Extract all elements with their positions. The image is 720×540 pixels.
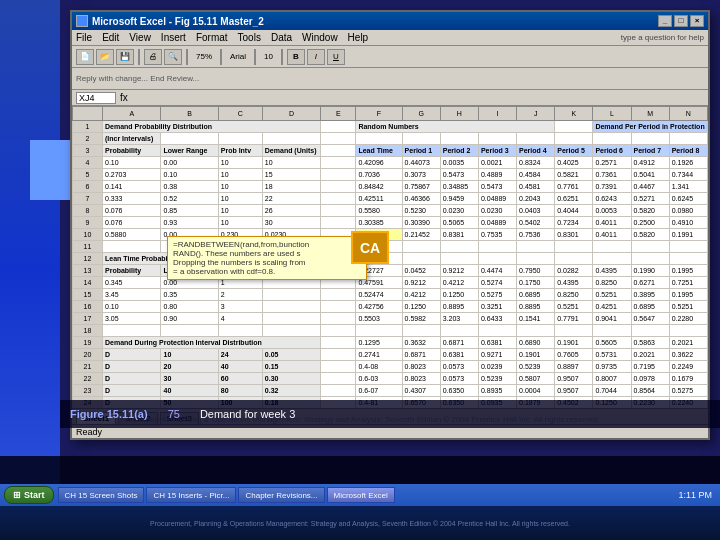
copyright-bar: Figure 15.11(a) 75 Demand for week 3 Pro…	[0, 456, 720, 484]
close-button[interactable]: ×	[690, 15, 704, 27]
excel-window: Microsoft Excel - Fig 15.11 Master_2 _ □…	[70, 10, 710, 440]
reply-change: Reply with change... End Review...	[76, 74, 199, 83]
maximize-button[interactable]: □	[674, 15, 688, 27]
taskbar-top: ⊞ Start CH 15 Screen Shots CH 15 Inserts…	[0, 484, 720, 506]
table-row: 7 0.333 0.52 10 22 0.42511 0.46366 0.945…	[73, 193, 708, 205]
sep3	[220, 49, 222, 65]
table-row: 19 Demand During Protection Interval Dis…	[73, 337, 708, 349]
title-bar: Microsoft Excel - Fig 15.11 Master_2 _ □…	[72, 12, 708, 30]
taskbar-right: 1:11 PM	[674, 490, 716, 500]
formula-fx: fx	[120, 92, 128, 103]
figure-caption: Figure 15.11(a) 75 Demand for week 3	[60, 400, 720, 428]
underline-btn[interactable]: U	[327, 49, 345, 65]
start-button[interactable]: ⊞ Start	[4, 486, 54, 504]
figure-label: Figure 15.11(a)	[70, 408, 148, 420]
new-btn[interactable]: 📄	[76, 49, 94, 65]
col-d-header: D	[262, 107, 320, 121]
status-text: Ready	[76, 427, 102, 437]
tooltip-line1: =RANDBETWEEN(rand,from,bunction	[173, 240, 361, 249]
cell-reference[interactable]: XJ4	[76, 92, 116, 104]
col-i-header: I	[478, 107, 516, 121]
col-n-header: N	[669, 107, 707, 121]
copyright-bottom-text: Procurement, Planning & Operations Manag…	[150, 520, 570, 527]
toolbar2: Reply with change... End Review...	[72, 68, 708, 90]
table-row: 6 0.141 0.38 10 18 0.84842 0.75867 0.348…	[73, 181, 708, 193]
tooltip-box: =RANDBETWEEN(rand,from,bunction RAND(). …	[167, 236, 367, 280]
taskbar-item-1[interactable]: CH 15 Screen Shots	[58, 487, 145, 503]
ca-badge: CA	[351, 231, 389, 264]
menu-file[interactable]: File	[76, 32, 92, 43]
col-h-header: H	[440, 107, 478, 121]
menu-edit[interactable]: Edit	[102, 32, 119, 43]
table-row: 2 (Incr Intervals)	[73, 133, 708, 145]
figure-description: Demand for week 3	[200, 408, 295, 420]
table-row: 21 D 20 40 0.15 0.4-08 0.8023 0.0573 0.0…	[73, 361, 708, 373]
table-row: 3 Probability Lower Range Prob Intv Dema…	[73, 145, 708, 157]
col-k-header: K	[555, 107, 593, 121]
sep5	[281, 49, 283, 65]
slide-container: Microsoft Excel - Fig 15.11 Master_2 _ □…	[0, 0, 720, 540]
sep4	[254, 49, 256, 65]
col-l-header: L	[593, 107, 631, 121]
zoom-level: 75%	[192, 52, 216, 61]
window-title: Microsoft Excel - Fig 15.11 Master_2	[92, 16, 264, 27]
taskbar-item-2[interactable]: CH 15 Inserts - Picr...	[146, 487, 236, 503]
col-f-header: F	[356, 107, 402, 121]
font-name: Arial	[226, 52, 250, 61]
open-btn[interactable]: 📂	[96, 49, 114, 65]
tooltip-line2: RAND(). These numbers are used s	[173, 249, 361, 258]
spreadsheet-area: A B C D E F G H I J K L M	[72, 106, 708, 422]
taskbar: ⊞ Start CH 15 Screen Shots CH 15 Inserts…	[0, 484, 720, 540]
print-btn[interactable]: 🖨	[144, 49, 162, 65]
tooltip-line3: Dropping the numbers is scaling from	[173, 258, 361, 267]
menu-data[interactable]: Data	[271, 32, 292, 43]
table-row: 9 0.076 0.93 10 30 0.30385 0.30390 0.506…	[73, 217, 708, 229]
font-size: 10	[260, 52, 277, 61]
col-m-header: M	[631, 107, 669, 121]
corner-header	[73, 107, 103, 121]
menu-view[interactable]: View	[129, 32, 151, 43]
col-c-header: C	[218, 107, 262, 121]
table-row: 20 D 10 24 0.05 0.2741 0.6871 0.6381 0.9…	[73, 349, 708, 361]
menu-bar: File Edit View Insert Format Tools Data …	[72, 30, 708, 46]
col-j-header: J	[517, 107, 555, 121]
table-row: 17 3.05 0.90 4 0.5503 0.5982 3.203 0.643…	[73, 313, 708, 325]
taskbar-item-1-label: CH 15 Screen Shots	[65, 491, 138, 500]
bold-btn[interactable]: B	[287, 49, 305, 65]
table-row: 1 Demand Probability Distribution Random…	[73, 121, 708, 133]
start-icon: ⊞	[13, 490, 21, 500]
italic-btn[interactable]: I	[307, 49, 325, 65]
taskbar-item-3[interactable]: Chapter Revisions...	[238, 487, 324, 503]
table-row: 15 3.45 0.35 2 0.52474 0.4212 0.1250 0.5…	[73, 289, 708, 301]
col-g-header: G	[402, 107, 440, 121]
table-row: 23 D 40 80 0.32 0.6-07 0.4307 0.6350 0.8…	[73, 385, 708, 397]
taskbar-items: CH 15 Screen Shots CH 15 Inserts - Picr.…	[58, 487, 671, 503]
title-bar-buttons: _ □ ×	[658, 15, 704, 27]
menu-tools[interactable]: Tools	[238, 32, 261, 43]
taskbar-item-3-label: Chapter Revisions...	[245, 491, 317, 500]
table-row: 18	[73, 325, 708, 337]
table-row: 5 0.2703 0.10 10 15 0.7036 0.3073 0.5473…	[73, 169, 708, 181]
menu-insert[interactable]: Insert	[161, 32, 186, 43]
menu-window[interactable]: Window	[302, 32, 338, 43]
table-row: 16 0.10 0.80 3 0.42756 0.1250 0.8895 0.3…	[73, 301, 708, 313]
sep1	[138, 49, 140, 65]
formula-bar: XJ4 fx	[72, 90, 708, 106]
start-label: Start	[24, 490, 45, 500]
tooltip-line4: = a observation with cdf=0.8.	[173, 267, 361, 276]
help-search: type a question for help	[621, 33, 704, 42]
col-e-header: E	[321, 107, 356, 121]
preview-btn[interactable]: 🔍	[164, 49, 182, 65]
table-row: 4 0.10 0.00 10 10 0.42096 0.44073 0.0035…	[73, 157, 708, 169]
save-btn[interactable]: 💾	[116, 49, 134, 65]
minimize-button[interactable]: _	[658, 15, 672, 27]
menu-help[interactable]: Help	[348, 32, 369, 43]
taskbar-item-4[interactable]: Microsoft Excel	[327, 487, 395, 503]
col-b-header: B	[161, 107, 218, 121]
toolbar: 📄 📂 💾 🖨 🔍 75% Arial 10 B I U	[72, 46, 708, 68]
figure-page: 75	[168, 408, 180, 420]
sep2	[186, 49, 188, 65]
menu-format[interactable]: Format	[196, 32, 228, 43]
taskbar-item-2-label: CH 15 Inserts - Picr...	[153, 491, 229, 500]
table-row: 8 0.076 0.85 10 26 0.5580 0.5230 0.0230 …	[73, 205, 708, 217]
